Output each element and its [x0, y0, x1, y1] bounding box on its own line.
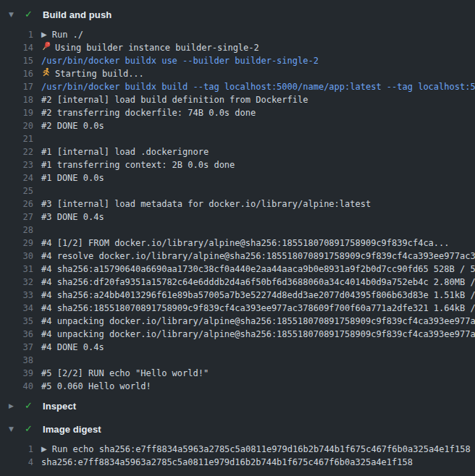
- log-line: 38: [0, 354, 475, 367]
- log-line-text: #1 transferring context: 2B 0.0s done: [41, 158, 235, 171]
- log-line-text: Run ./: [52, 28, 83, 41]
- actions-log-viewer: ▼ ✓ Build and push 1 ▶Run ./ 14 Using bu…: [0, 0, 475, 476]
- log-line-text: #4 resolve docker.io/library/alpine@sha2…: [41, 250, 475, 263]
- log-line: 35 #4 unpacking docker.io/library/alpine…: [0, 315, 475, 328]
- line-number[interactable]: 37: [0, 341, 33, 354]
- line-number[interactable]: 4: [0, 456, 33, 469]
- log-line: 16 Starting build...: [0, 67, 475, 80]
- section-title: Inspect: [43, 401, 76, 412]
- section-header[interactable]: ▶ ✓ Inspect: [0, 399, 475, 413]
- log-line-text: #2 DONE 0.0s: [41, 119, 104, 132]
- log-line-text: #4 sha256:185518070891758909c9f839cf4ca3…: [41, 302, 475, 315]
- caret-down-icon[interactable]: ▼: [9, 7, 19, 22]
- pushpin-emoji-icon: [41, 41, 51, 51]
- line-number[interactable]: 15: [0, 54, 33, 67]
- log-line: 32 #4 sha256:df20fa9351a15782c64e6dddb2d…: [0, 276, 475, 289]
- section-title: Build and push: [43, 9, 112, 20]
- log-line-text: #4 sha256:a24bb4013296f61e89ba57005a7b3e…: [41, 289, 475, 302]
- log-line: 34 #4 sha256:185518070891758909c9f839cf4…: [0, 302, 475, 315]
- log-section: ▶ ✓ Inspect: [0, 399, 475, 413]
- line-number[interactable]: 31: [0, 263, 33, 276]
- log-line-text: Starting build...: [55, 67, 144, 80]
- log-line: 1 ▶Run echo sha256:e7ff8834a5963a2785c5a…: [0, 443, 475, 456]
- log-line-text: #5 [2/2] RUN echo "Hello world!": [41, 367, 209, 380]
- log-line-text: #5 0.060 Hello world!: [41, 380, 151, 393]
- caret-down-icon[interactable]: ▼: [9, 422, 19, 436]
- log-line-text: #4 unpacking docker.io/library/alpine@sh…: [41, 315, 475, 328]
- log-line-text: #4 unpacking docker.io/library/alpine@sh…: [41, 328, 475, 341]
- log-line-text: #4 DONE 0.4s: [41, 341, 104, 354]
- line-number[interactable]: 40: [0, 380, 33, 393]
- log-line-text: sha256:e7ff8834a5963a2785c5a0811e979d16b…: [41, 456, 413, 469]
- line-number[interactable]: 33: [0, 289, 33, 302]
- log-line-text: #2 [internal] load build definition from…: [41, 93, 308, 106]
- log-line: 40 #5 0.060 Hello world!: [0, 380, 475, 393]
- section-header[interactable]: ▼ ✓ Image digest: [0, 422, 475, 436]
- log-section: ▼ ✓ Image digest 1 ▶Run echo sha256:e7ff…: [0, 422, 475, 475]
- log-section: ▼ ✓ Build and push 1 ▶Run ./ 14 Using bu…: [0, 7, 475, 399]
- log-line-text: /usr/bin/docker buildx use --builder bui…: [41, 54, 319, 67]
- log-line: 4 sha256:e7ff8834a5963a2785c5a0811e979d1…: [0, 456, 475, 469]
- group-caret-icon[interactable]: ▶: [41, 443, 47, 456]
- group-caret-icon[interactable]: ▶: [41, 28, 47, 41]
- log-line: 28: [0, 224, 475, 237]
- section-title: Image digest: [43, 424, 101, 435]
- log-line-text: #1 [internal] load .dockerignore: [41, 145, 209, 158]
- log-line: 24 #1 DONE 0.0s: [0, 171, 475, 184]
- log-line: 25: [0, 184, 475, 197]
- log-line: 31 #4 sha256:a15790640a6690aa1730c38cf0a…: [0, 263, 475, 276]
- log-line: 20 #2 DONE 0.0s: [0, 119, 475, 132]
- log-line-text: Using builder instance builder-single-2: [55, 41, 259, 54]
- caret-right-icon[interactable]: ▶: [9, 399, 19, 413]
- line-number[interactable]: 39: [0, 367, 33, 380]
- log-line: 30 #4 resolve docker.io/library/alpine@s…: [0, 250, 475, 263]
- section-header[interactable]: ▼ ✓ Build and push: [0, 7, 475, 22]
- success-check-icon: ✓: [25, 7, 35, 22]
- line-number[interactable]: 26: [0, 197, 33, 211]
- log-line: 39 #5 [2/2] RUN echo "Hello world!": [0, 367, 475, 380]
- log-line: 19 #2 transferring dockerfile: 74B 0.0s …: [0, 106, 475, 119]
- line-number[interactable]: 34: [0, 302, 33, 315]
- line-number[interactable]: 19: [0, 106, 33, 119]
- log-line-text: #4 sha256:df20fa9351a15782c64e6dddb2d4a6…: [41, 276, 475, 289]
- log-line-text: #2 transferring dockerfile: 74B 0.0s don…: [41, 106, 256, 119]
- runner-emoji-icon: [41, 67, 51, 77]
- line-number[interactable]: 24: [0, 171, 33, 184]
- line-number[interactable]: 1: [0, 28, 33, 41]
- line-number[interactable]: 36: [0, 328, 33, 341]
- line-number[interactable]: 22: [0, 145, 33, 158]
- log-line: 18 #2 [internal] load build definition f…: [0, 93, 475, 106]
- line-number[interactable]: 23: [0, 158, 33, 171]
- line-number[interactable]: 1: [0, 443, 33, 456]
- log-line-text: Run echo sha256:e7ff8834a5963a2785c5a081…: [52, 443, 471, 456]
- log-line: 26 #3 [internal] load metadata for docke…: [0, 197, 475, 211]
- line-number[interactable]: 20: [0, 119, 33, 132]
- line-number[interactable]: 32: [0, 276, 33, 289]
- log-line-text: #3 [internal] load metadata for docker.i…: [41, 197, 371, 211]
- line-number[interactable]: 17: [0, 80, 33, 93]
- log-line: 23 #1 transferring context: 2B 0.0s done: [0, 158, 475, 171]
- log-line: 22 #1 [internal] load .dockerignore: [0, 145, 475, 158]
- line-number[interactable]: 18: [0, 93, 33, 106]
- log-line-text: /usr/bin/docker buildx build --tag local…: [41, 80, 475, 93]
- log-line: 37 #4 DONE 0.4s: [0, 341, 475, 354]
- log-lines: 1 ▶Run echo sha256:e7ff8834a5963a2785c5a…: [0, 436, 475, 475]
- line-number[interactable]: 38: [0, 354, 33, 367]
- line-number[interactable]: 28: [0, 224, 33, 237]
- log-line: 1 ▶Run ./: [0, 28, 475, 41]
- log-line: 15 /usr/bin/docker buildx use --builder …: [0, 54, 475, 67]
- log-line: 27 #3 DONE 0.4s: [0, 211, 475, 224]
- log-line: 14 Using builder instance builder-single…: [0, 41, 475, 54]
- log-line-text: #4 sha256:a15790640a6690aa1730c38cf0a440…: [41, 263, 475, 276]
- line-number[interactable]: 16: [0, 67, 33, 80]
- line-number[interactable]: 35: [0, 315, 33, 328]
- line-number[interactable]: 21: [0, 132, 33, 145]
- line-number[interactable]: 27: [0, 211, 33, 224]
- line-number[interactable]: 25: [0, 184, 33, 197]
- line-number[interactable]: 29: [0, 237, 33, 250]
- log-line: 21: [0, 132, 475, 145]
- log-line: 29 #4 [1/2] FROM docker.io/library/alpin…: [0, 237, 475, 250]
- log-line: 33 #4 sha256:a24bb4013296f61e89ba57005a7…: [0, 289, 475, 302]
- line-number[interactable]: 14: [0, 41, 33, 54]
- line-number[interactable]: 30: [0, 250, 33, 263]
